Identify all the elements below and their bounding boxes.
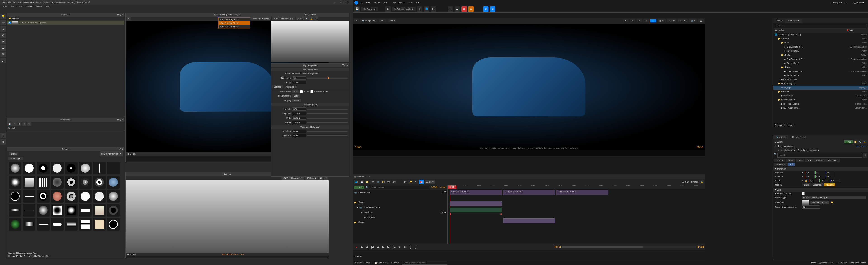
sequencer-timeline[interactable]: 0000 00000030006000900120015001800210024… [447, 185, 705, 244]
outliner-row[interactable]: 📁shot02Folder [773, 53, 868, 57]
col-pin-icon[interactable]: 📌 [846, 29, 848, 31]
preset-colorspace-dropdown[interactable]: sRGB (rgbMonitor) ▼ [100, 151, 123, 156]
filter-actor[interactable]: Actor [786, 159, 795, 162]
camera-option[interactable]: CineCamera_Shot1 [219, 18, 250, 21]
panel-undock-icon[interactable]: ▢ [344, 64, 346, 66]
outliner-row[interactable]: ◆Target_Shot2Actor [773, 61, 868, 65]
camera-option[interactable]: CineCamera_Shot3 [219, 25, 250, 29]
seq-lock-icon[interactable]: 🔒 [700, 180, 704, 184]
brightness-input[interactable] [292, 77, 306, 80]
outliner-row[interactable]: ◆CineCamera_SP...LS_CameraMotion [773, 69, 868, 73]
snap-grid-icon[interactable]: ▦ 10 [657, 19, 666, 22]
preset-item[interactable] [93, 204, 105, 216]
play-icon[interactable]: ▶ [385, 6, 391, 12]
keyframe[interactable] [450, 213, 451, 215]
handle-v-slider[interactable] [307, 135, 348, 136]
seq-save-icon[interactable]: 💾 [360, 180, 364, 184]
canvas-channels-dropdown[interactable]: RGB(A) ▼ [305, 177, 318, 180]
ue-menu-tools[interactable]: Tools [383, 2, 388, 4]
viewport-maximize-icon[interactable]: ⛶ [698, 19, 704, 22]
preset-item[interactable] [9, 176, 22, 188]
timeline-scrollbar[interactable] [562, 246, 696, 248]
add-content-icon[interactable]: ⊕ [417, 6, 423, 12]
preset-item[interactable] [107, 204, 120, 216]
keyframe[interactable] [500, 213, 502, 215]
platform1-icon[interactable]: ▣ [483, 6, 489, 12]
opacity-input[interactable] [292, 81, 306, 84]
height-slider[interactable] [307, 122, 348, 123]
preset-item[interactable] [23, 190, 35, 203]
goto-start-button[interactable]: ⏮ [360, 245, 364, 249]
record-button[interactable]: ● [354, 245, 359, 249]
menu-create[interactable]: Create [17, 5, 23, 8]
step-fwd-button[interactable]: |▶ [392, 245, 397, 249]
camera-option[interactable]: CineCamera_Shot2 [219, 21, 250, 25]
width-input[interactable] [292, 117, 306, 120]
panel-opts-icon[interactable]: ☰ [117, 13, 119, 16]
longitude-input[interactable] [292, 112, 306, 115]
handle-v-input[interactable] [292, 134, 306, 137]
viewport-3d-view[interactable]: LS_CameraMotion: CineCamera_Shot1 Filmba… [352, 24, 705, 150]
sequence-icon[interactable]: 🎞 [431, 6, 436, 12]
brightness-slider[interactable] [328, 78, 329, 79]
component-light[interactable]: ↳ ☀ LightComponent (SkyLightComponent0) [773, 148, 868, 152]
breadcrumb[interactable]: LS_CameraMotion [682, 181, 699, 183]
add-track-button[interactable]: + Track [354, 186, 364, 189]
outliner-row[interactable]: ◆CineCamera_SP...LS_CameraMotion [773, 57, 868, 61]
camera-speed-icon[interactable]: 📹 1 [689, 19, 697, 22]
seq-edit-icon[interactable]: ✎ [414, 180, 418, 184]
preset-item[interactable] [65, 204, 78, 216]
transport-end-frame[interactable]: 0540 [698, 245, 704, 249]
mode-dropdown[interactable]: 🎬 Cinematic [361, 7, 378, 11]
looks-current[interactable]: Default [7, 126, 124, 130]
light-list-row[interactable]: Default Gradient Background [7, 21, 124, 25]
rotation-y-input[interactable] [815, 175, 825, 178]
filter-lod[interactable]: LOD [796, 159, 804, 162]
preset-item[interactable] [107, 218, 120, 231]
preset-item[interactable] [9, 218, 22, 231]
preview-channels-dropdown[interactable]: RGB(A) ▼ [296, 17, 308, 20]
outliner-row[interactable]: ◆Target_Shot1Actor [773, 49, 868, 53]
canvas-region-icon[interactable]: ▣ [319, 176, 323, 180]
handle-u-input[interactable] [292, 130, 306, 133]
preset-item[interactable] [107, 176, 120, 188]
preset-item[interactable] [107, 190, 120, 203]
filter-streaming[interactable]: Streaming [774, 163, 787, 166]
snap-scale-icon[interactable]: ⤢ 0.25 [678, 19, 688, 22]
selection-mode-dropdown[interactable]: 🖱 Selection Mode ▼ [392, 7, 416, 11]
outliner-row[interactable]: 📁RuntimeFolder [773, 90, 868, 94]
looks-rename-icon[interactable]: ✎ [27, 122, 31, 126]
cubemap-thumbnail[interactable] [802, 200, 809, 205]
gizmo-select-icon[interactable]: 🖱 [623, 19, 628, 22]
preset-item[interactable] [9, 162, 22, 175]
preset-item[interactable] [51, 204, 64, 216]
preset-item[interactable] [79, 218, 92, 231]
stop-icon[interactable]: ⏹ [461, 6, 467, 12]
seq-find-icon[interactable]: 📁 [365, 180, 369, 184]
preset-item[interactable] [23, 176, 35, 188]
latitude-input[interactable] [292, 108, 306, 111]
play-button[interactable]: ▶ [381, 245, 385, 249]
range-end-button[interactable]: ] [414, 245, 418, 249]
preset-item[interactable] [51, 176, 64, 188]
perspective-dropdown[interactable]: 📷 Perspective [360, 19, 377, 22]
canvas-fit-icon[interactable]: ⛶ [324, 176, 328, 180]
panel-undock-icon[interactable]: ▢ [119, 119, 121, 121]
coord-space-icon[interactable]: 🌐 [650, 19, 656, 22]
looks-copy-icon[interactable]: ⎘ [22, 122, 26, 126]
filter-physics[interactable]: Physics [814, 159, 826, 162]
outliner-row[interactable]: 📁SceneGeometryFolder [773, 98, 868, 102]
panel-undock-icon[interactable]: ▢ [119, 13, 121, 16]
preset-item[interactable] [93, 218, 105, 231]
canvas-colorspace-dropdown[interactable]: sRGB (rgbMonitor) ▼ [281, 177, 304, 180]
play-reverse-button[interactable]: ◀ [376, 245, 380, 249]
preview-lock-icon[interactable]: 🔒 [309, 17, 313, 21]
preview-colorspace-dropdown[interactable]: sRGB (rgbMonitor) ▼ [272, 17, 295, 20]
tab-details[interactable]: 🔧 Details [773, 135, 788, 139]
outliner-row[interactable]: ◆CameraMotion [773, 78, 868, 82]
start-frame[interactable]: 0000 [431, 186, 437, 189]
timeline-ruler[interactable]: 0000 00000030006000900120015001800210024… [447, 185, 705, 189]
prev-key-button[interactable]: |◀ [370, 245, 375, 249]
track-camera-cuts[interactable]: 📹 Camera Cuts+ ☰ [352, 190, 447, 195]
seq-actions-icon[interactable]: ⚡▾ [381, 180, 385, 184]
